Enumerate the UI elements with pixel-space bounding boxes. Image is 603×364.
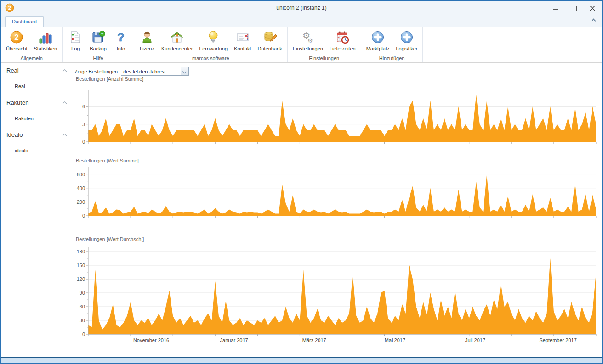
sidebar-header-rakuten[interactable]: Rakuten (1, 99, 74, 106)
lightbulb-icon (205, 29, 221, 45)
sidebar-header-idealo[interactable]: Idealo (1, 131, 74, 138)
ribbon-group-allgemein: 2 Übersicht Statistiken Allgemein (1, 27, 63, 62)
filter-row: Zeige Bestellungen des letzten Jahres (74, 67, 189, 76)
chevron-up-icon (63, 101, 67, 106)
ribbon-group-caption: Allgemein (3, 55, 60, 62)
select-dropdown-button[interactable] (181, 67, 188, 75)
svg-text:?: ? (117, 30, 125, 44)
sidebar-section-real: Real Real (1, 67, 74, 89)
chart-title-anzahl-summe: Bestellungen [Anzahl Summe] (76, 76, 143, 82)
sidebar-section-rakuten: Rakuten Rakuten (1, 99, 74, 121)
window-bottom-edge (1, 357, 602, 363)
add-plus-icon (399, 29, 415, 45)
tab-dashboard[interactable]: Dashboard (5, 16, 44, 27)
database-pencil-icon (262, 29, 278, 45)
info-button[interactable]: ? Info (110, 28, 132, 52)
chevron-up-icon (592, 19, 596, 23)
person-icon (139, 29, 155, 45)
filter-label: Zeige Bestellungen (74, 69, 118, 74)
maximize-button[interactable] (571, 5, 577, 11)
svg-text:60: 60 (80, 304, 85, 309)
envelope-icon (235, 29, 250, 45)
log-document-icon (68, 29, 83, 45)
svg-text:März 2017: März 2017 (302, 337, 326, 343)
sidebar-section-idealo: Idealo idealo (1, 131, 74, 153)
svg-text:⚙: ⚙ (307, 37, 313, 44)
sidebar-header-real[interactable]: Real (1, 67, 74, 74)
bar-chart-icon (38, 29, 53, 45)
chevron-down-icon (182, 70, 186, 73)
chart-bestellungen-wert-summe: 0200400600 (74, 166, 600, 224)
kontakt-button[interactable]: Kontakt (231, 28, 254, 52)
svg-text:Juli 2017: Juli 2017 (465, 337, 485, 343)
sidebar-item-idealo[interactable]: idealo (1, 148, 74, 153)
svg-text:400: 400 (77, 185, 85, 191)
title-bar: 2 unicorn 2 (Instanz 1) (1, 1, 602, 15)
svg-text:Januar 2017: Januar 2017 (220, 337, 248, 343)
order-period-value: des letzten Jahres (123, 69, 164, 74)
svg-text:120: 120 (77, 276, 85, 282)
ribbon-group-hilfe: Log ? Backup ? Info Hilfe (63, 27, 134, 62)
svg-text:0: 0 (82, 213, 85, 218)
fernwartung-button[interactable]: Fernwartung (196, 28, 231, 52)
svg-text:?: ? (101, 32, 103, 36)
add-plus-icon (370, 29, 386, 45)
ribbon-collapse-button[interactable] (592, 19, 597, 23)
svg-text:600: 600 (77, 172, 85, 177)
chart-bestellungen-anzahl-summe: 036 (74, 90, 600, 149)
floppy-disk-icon: ? (91, 29, 106, 45)
chevron-up-icon (63, 134, 67, 138)
svg-text:November 2016: November 2016 (133, 337, 169, 343)
close-button[interactable] (589, 5, 596, 11)
einstellungen-button[interactable]: ⚙⚙ Einstellungen (290, 28, 326, 52)
svg-text:0: 0 (82, 139, 85, 145)
ribbon-group-marcos-software: Lizenz Kundencenter Fernwartung (134, 27, 288, 62)
uebersicht-button[interactable]: 2 Übersicht (3, 28, 30, 52)
tab-strip: Dashboard (1, 15, 602, 27)
app-window: 2 unicorn 2 (Instanz 1) Dashboard 2 Über… (0, 0, 603, 364)
gears-icon: ⚙⚙ (300, 29, 316, 45)
ribbon-group-caption: Einstellungen (290, 55, 359, 62)
svg-text:September 2017: September 2017 (539, 337, 576, 343)
logistiker-button[interactable]: Logistiker (393, 28, 421, 52)
window-title: unicorn 2 (Instanz 1) (1, 5, 602, 11)
svg-text:2: 2 (15, 33, 19, 42)
svg-text:3: 3 (82, 122, 85, 127)
datenbank-button[interactable]: Datenbank (255, 28, 285, 52)
chart-title-wert-summe: Bestellungen [Wert Summe] (76, 158, 139, 163)
lieferzeiten-button[interactable]: Lieferzeiten (326, 28, 359, 52)
log-button[interactable]: Log (64, 28, 86, 52)
sidebar-item-real[interactable]: Real (1, 84, 74, 89)
ribbon-group-hinzufuegen: Marktplatz Logistiker Hinzufügen (361, 27, 423, 62)
ribbon-group-caption: marcos software (136, 55, 285, 62)
svg-text:200: 200 (77, 199, 85, 205)
ribbon-group-caption: Hilfe (64, 55, 132, 62)
sidebar: Real Real Rakuten Rakuten Idealo idealo (1, 63, 74, 356)
chart-bestellungen-wert-durchschnitt: 0306090120150180November 2016Januar 2017… (74, 246, 600, 352)
svg-text:0: 0 (82, 331, 85, 337)
chevron-up-icon (63, 69, 67, 74)
house-icon (169, 29, 185, 45)
kundencenter-button[interactable]: Kundencenter (158, 28, 196, 52)
marktplatz-button[interactable]: Marktplatz (363, 28, 393, 52)
svg-text:180: 180 (77, 249, 85, 254)
svg-text:150: 150 (77, 263, 85, 268)
svg-text:30: 30 (80, 318, 85, 323)
backup-button[interactable]: ? Backup (86, 28, 110, 52)
order-period-select[interactable]: des letzten Jahres (121, 67, 189, 76)
ribbon-group-caption: Hinzufügen (363, 55, 421, 62)
lizenz-button[interactable]: Lizenz (136, 28, 158, 52)
sidebar-item-rakuten[interactable]: Rakuten (1, 116, 74, 121)
statistiken-button[interactable]: Statistiken (30, 28, 60, 52)
svg-text:6: 6 (82, 104, 85, 109)
dashboard-content: Zeige Bestellungen des letzten Jahres Be… (74, 63, 601, 356)
question-mark-icon: ? (113, 29, 129, 45)
minimize-button[interactable] (552, 5, 559, 11)
overview-logo-icon: 2 (9, 29, 24, 45)
ribbon: 2 Übersicht Statistiken Allgemein (1, 27, 602, 63)
svg-text:90: 90 (80, 290, 85, 296)
svg-text:Mai 2017: Mai 2017 (385, 337, 405, 343)
ribbon-group-einstellungen: ⚙⚙ Einstellungen Lieferzeiten Einstellun… (288, 27, 361, 62)
chart-title-wert-durchschnitt: Bestellungen [Wert Durchsch.] (76, 236, 144, 242)
calendar-clock-icon (335, 29, 350, 45)
